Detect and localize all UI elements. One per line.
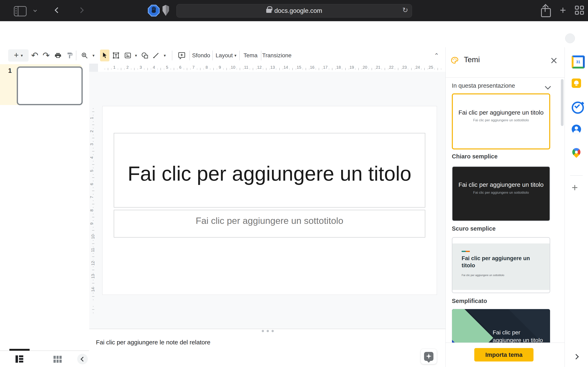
slide-thumbnail-row[interactable]: 1 — [0, 64, 82, 105]
grid-view-icon[interactable] — [53, 356, 62, 363]
horizontal-ruler: 1234567891011121314151617181920212223242… — [89, 64, 445, 72]
theme-title-preview: Fai clic per aggiungere un titolo — [458, 109, 544, 117]
transition-button[interactable]: Transizione — [263, 47, 291, 64]
zoom-dropdown[interactable]: ▾ — [90, 47, 97, 64]
tasks-icon[interactable] — [572, 101, 584, 114]
themes-panel-title: Temi — [464, 55, 480, 64]
h-ruler-number-10: 10 — [231, 65, 235, 70]
filmstrip-footer — [0, 350, 89, 367]
h-ruler-number-4: 4 — [153, 65, 155, 70]
h-ruler-number-23: 23 — [402, 65, 407, 70]
theme-title-preview: Fai clic per aggiungere un titolo — [493, 329, 547, 344]
h-ruler-number-21: 21 — [376, 65, 380, 70]
maps-icon[interactable] — [571, 146, 582, 158]
h-ruler-number-3: 3 — [140, 65, 142, 70]
tab-overview-icon[interactable] — [575, 6, 584, 15]
keep-icon[interactable] — [572, 78, 581, 88]
v-ruler-number-4: 4 — [89, 157, 94, 159]
themes-panel-footer: Importa tema — [446, 342, 565, 367]
new-tab-icon[interactable]: + — [560, 5, 566, 16]
slide-thumbnail[interactable] — [17, 67, 83, 105]
extension-hand-icon[interactable] — [148, 5, 160, 17]
section-chevron-icon[interactable] — [545, 83, 551, 90]
v-ruler-number-14: 14 — [91, 287, 95, 292]
main-column: +▾ ↶ ↷ ▾ ▾ — [0, 47, 445, 367]
h-ruler-number-1: 1 — [113, 65, 115, 70]
redo-icon[interactable]: ↷ — [40, 47, 52, 64]
subtitle-placeholder-box[interactable]: Fai clic per aggiungere un sottotitolo — [114, 210, 425, 238]
h-ruler-number-17: 17 — [323, 65, 328, 70]
new-slide-button[interactable]: +▾ — [8, 49, 29, 62]
panel-scrollbar[interactable] — [561, 79, 563, 126]
shape-tool[interactable] — [140, 47, 150, 64]
insert-comment-icon[interactable] — [175, 47, 188, 64]
title-placeholder-box[interactable]: Fai clic per aggiungere un titolo — [114, 133, 425, 208]
theme-label: Semplificato — [452, 298, 487, 304]
h-ruler-number-11: 11 — [244, 65, 249, 70]
subtitle-placeholder-text: Fai clic per aggiungere un sottotitolo — [196, 216, 343, 226]
theme-label: Chiaro semplice — [452, 153, 498, 160]
layout-label: Layout — [216, 52, 233, 59]
sparkle-pin-button[interactable] — [421, 349, 437, 364]
textbox-tool[interactable] — [111, 47, 121, 64]
contacts-icon[interactable] — [572, 125, 581, 134]
undo-icon[interactable]: ↶ — [29, 47, 40, 64]
extension-shield-icon[interactable] — [163, 5, 169, 16]
get-addons-icon[interactable]: + — [572, 182, 578, 193]
theme-card-semplificato[interactable]: Fai clic per aggiungere un titolo Fai cl… — [452, 237, 550, 293]
h-ruler-number-18: 18 — [336, 65, 341, 70]
image-tool[interactable] — [122, 47, 133, 64]
theme-title-preview: Fai clic per aggiungere un titolo — [462, 255, 535, 269]
back-icon[interactable] — [56, 8, 60, 12]
active-view-indicator — [9, 349, 30, 351]
ruler-corner — [89, 64, 98, 72]
toolbar: +▾ ↶ ↷ ▾ ▾ — [0, 47, 445, 64]
v-ruler-number-10: 10 — [91, 234, 95, 239]
background-button[interactable]: Sfondo — [192, 47, 210, 64]
layout-button[interactable]: Layout ▾ — [215, 47, 237, 64]
theme-card-chiaro-semplice[interactable]: Fai clic per aggiungere un titolo Fai cl… — [452, 93, 550, 150]
v-ruler-number-8: 8 — [89, 209, 94, 211]
v-ruler-number-5: 5 — [89, 170, 94, 172]
line-dropdown[interactable]: ▾ — [161, 47, 168, 64]
v-ruler-number-3: 3 — [89, 143, 94, 146]
zoom-icon[interactable] — [79, 47, 90, 64]
sidebar-chevron-icon[interactable] — [34, 9, 36, 11]
canvas-area: 1234567891011121314 Fai clic per aggiung… — [89, 72, 445, 329]
v-ruler-number-11: 11 — [90, 248, 95, 252]
collapse-filmstrip-button[interactable] — [77, 354, 88, 364]
v-ruler-number-9: 9 — [89, 222, 94, 225]
calendar-icon[interactable]: 31 — [572, 55, 585, 68]
collapse-toolbar-icon[interactable]: ⌃ — [430, 47, 443, 64]
forward-icon — [79, 8, 83, 12]
address-bar[interactable]: docs.google.com ↻ — [176, 4, 412, 17]
select-tool[interactable] — [100, 50, 109, 61]
theme-card-scuro-semplice[interactable]: Fai clic per aggiungere un titolo Fai cl… — [452, 166, 550, 221]
sidebar-toggle-icon[interactable] — [14, 6, 26, 16]
layout-caret-icon: ▾ — [234, 53, 236, 58]
filmstrip-view-icon[interactable] — [16, 355, 23, 363]
canvas-column: 1234567891011121314151617181920212223242… — [89, 64, 445, 367]
theme-button[interactable]: Tema — [242, 47, 259, 64]
speaker-notes[interactable]: Fai clic per aggiungere le note del rela… — [89, 332, 445, 367]
v-ruler-number-1: 1 — [89, 117, 94, 119]
line-tool[interactable] — [151, 47, 161, 64]
h-ruler-number-6: 6 — [179, 65, 181, 70]
h-ruler-number-14: 14 — [284, 65, 288, 70]
slide-canvas[interactable]: Fai clic per aggiungere un titolo Fai cl… — [102, 106, 437, 295]
h-ruler-number-24: 24 — [415, 65, 420, 70]
close-themes-icon[interactable] — [550, 57, 557, 64]
import-theme-button[interactable]: Importa tema — [474, 348, 534, 361]
theme-subtitle-preview: Fai clic per aggiungere un sottotitolo — [473, 191, 529, 195]
paint-format-icon[interactable] — [64, 47, 76, 64]
reload-icon[interactable]: ↻ — [402, 6, 408, 14]
image-dropdown[interactable]: ▾ — [133, 47, 139, 64]
avatar[interactable] — [565, 33, 575, 43]
accent-dash-icon — [462, 251, 470, 252]
print-icon[interactable] — [52, 47, 64, 64]
hide-side-panel-icon[interactable] — [573, 354, 579, 359]
h-ruler-number-5: 5 — [166, 65, 168, 70]
share-page-icon[interactable] — [541, 5, 549, 16]
h-ruler-number-7: 7 — [192, 65, 195, 70]
app-header: Presentazione senza titolo ☆ File Modifi… — [0, 21, 588, 47]
